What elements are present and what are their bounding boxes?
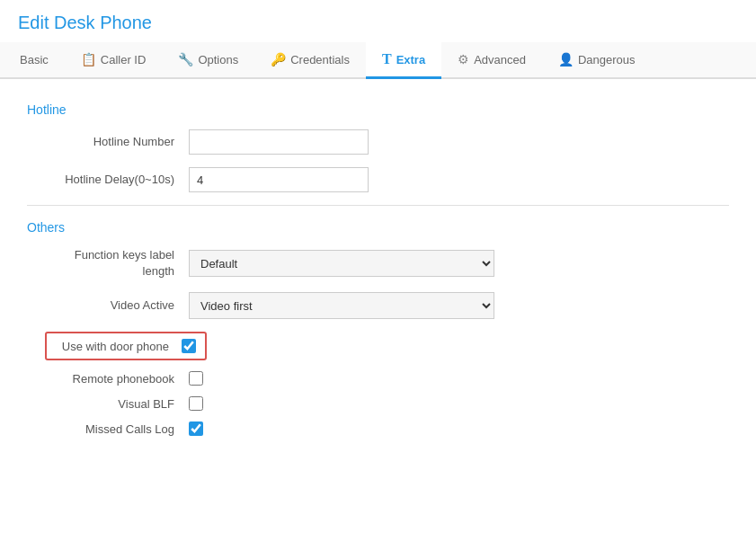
video-active-label: Video Active [45,297,189,314]
door-phone-row: Use with door phone [45,332,207,360]
door-phone-label: Use with door phone [56,340,182,353]
tab-advanced-label: Advanced [474,53,526,67]
tab-extra-label: Extra [396,53,426,67]
hotline-number-input[interactable] [189,129,369,155]
function-keys-label: Function keys label length [45,247,189,280]
function-keys-select[interactable]: Default Short Full [189,250,494,277]
hotline-delay-input[interactable] [189,167,369,192]
tab-extra[interactable]: T Extra [366,42,441,79]
tab-callerid[interactable]: 📋 Caller ID [65,42,163,79]
content-area: Hotline Hotline Number Hotline Delay(0~1… [0,79,756,465]
video-active-select[interactable]: Video first Audio first Disabled [189,292,494,319]
divider-1 [27,205,729,206]
tab-options-label: Options [198,53,238,67]
remote-phonebook-label: Remote phonebook [45,372,189,386]
visual-blf-label: Visual BLF [45,397,189,411]
function-keys-row: Function keys label length Default Short… [27,247,729,280]
tab-callerid-label: Caller ID [101,53,147,67]
missed-calls-log-checkbox[interactable] [189,421,203,436]
page-container: Edit Desk Phone Basic 📋 Caller ID 🔧 Opti… [0,0,756,559]
credentials-icon: 🔑 [271,52,286,67]
hotline-number-row: Hotline Number [27,129,729,155]
hotline-delay-row: Hotline Delay(0~10s) [27,167,729,192]
tab-basic-label: Basic [20,53,49,67]
tab-basic[interactable]: Basic [4,42,65,79]
hotline-delay-label: Hotline Delay(0~10s) [45,172,189,188]
tab-credentials-label: Credentials [290,53,350,67]
hotline-section-title: Hotline [27,102,729,117]
callerid-icon: 📋 [81,52,96,67]
advanced-icon: ⚙ [458,52,469,67]
options-icon: 🔧 [178,52,193,67]
dangerous-icon: 👤 [558,52,574,67]
extra-icon: T [382,51,392,67]
door-phone-checkbox[interactable] [182,339,196,353]
tab-dangerous-label: Dangerous [578,53,636,67]
missed-calls-log-row: Missed Calls Log [27,421,729,436]
tab-advanced[interactable]: ⚙ Advanced [441,42,542,79]
remote-phonebook-checkbox[interactable] [189,371,203,386]
others-section-title: Others [27,220,729,235]
hotline-number-label: Hotline Number [45,134,189,150]
page-title: Edit Desk Phone [0,0,756,42]
tabs-bar: Basic 📋 Caller ID 🔧 Options 🔑 Credential… [0,42,756,79]
visual-blf-checkbox[interactable] [189,396,203,411]
tab-options[interactable]: 🔧 Options [162,42,254,79]
visual-blf-row: Visual BLF [27,396,729,411]
remote-phonebook-row: Remote phonebook [27,371,729,386]
video-active-row: Video Active Video first Audio first Dis… [27,292,729,319]
tab-dangerous[interactable]: 👤 Dangerous [542,42,652,79]
missed-calls-log-label: Missed Calls Log [45,422,189,436]
tab-credentials[interactable]: 🔑 Credentials [254,42,366,79]
